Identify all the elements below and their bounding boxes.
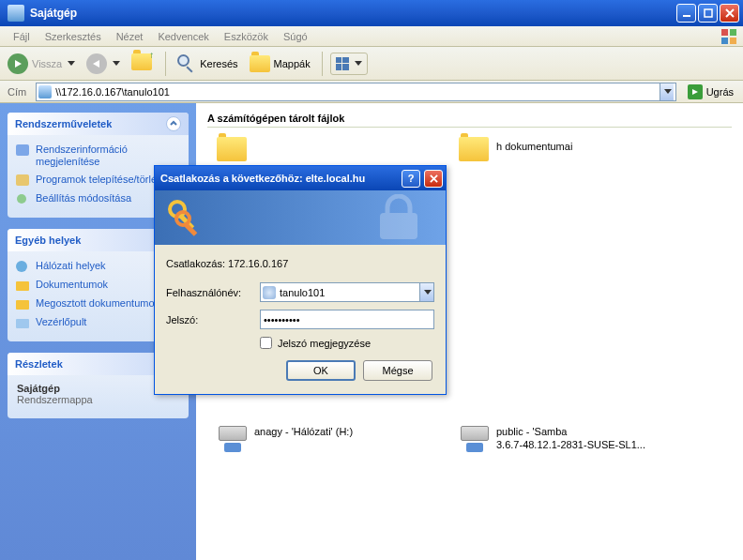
chevron-down-icon (68, 61, 75, 66)
chevron-down-icon (424, 290, 432, 295)
close-button[interactable] (720, 4, 739, 23)
remember-label: Jelszó megjegyzése (278, 338, 371, 349)
address-label: Cím (4, 86, 30, 98)
panel-title: Rendszerműveletek (15, 118, 112, 129)
lock-bg-icon (371, 194, 427, 241)
folders-button[interactable]: Mappák (246, 51, 314, 77)
dialog-close-button[interactable] (424, 170, 443, 188)
dialog-banner (155, 190, 446, 245)
folder-icon (15, 279, 30, 292)
collapse-button[interactable] (166, 116, 181, 131)
svg-point-9 (16, 261, 27, 272)
forward-icon (86, 53, 107, 74)
section-header: A számítógépen tárolt fájlok (207, 111, 732, 128)
username-label: Felhasználónév: (166, 287, 260, 298)
network-drive-icon (459, 422, 491, 450)
info-icon (15, 144, 30, 157)
search-icon (177, 54, 196, 73)
username-field[interactable]: tanulo101 (260, 282, 434, 302)
programs-icon (15, 174, 30, 187)
item-label: h dokumentumai (496, 137, 572, 154)
window-title: Sajátgép (28, 7, 676, 20)
svg-rect-12 (16, 319, 29, 328)
address-dropdown[interactable] (660, 83, 674, 100)
folder-item[interactable] (217, 137, 432, 165)
chevron-down-icon (113, 61, 120, 66)
separator (165, 52, 166, 76)
menu-help[interactable]: Súgó (283, 31, 308, 42)
keys-icon (164, 196, 205, 237)
svg-point-8 (17, 194, 26, 204)
toolbar: Vissza ↑ Keresés Mappák (0, 47, 743, 81)
settings-icon (15, 192, 30, 205)
panel-title: Egyéb helyek (15, 235, 81, 246)
address-bar: Cím \\172.16.0.167\tanulo101 Ugrás (0, 81, 743, 103)
menu-bar: Fájl Szerkesztés Nézet Kedvencek Eszközö… (0, 26, 743, 47)
svg-rect-4 (721, 38, 728, 44)
item-sublabel: 3.6.7-48.12.1-2831-SUSE-SL1... (496, 439, 645, 452)
views-button[interactable] (330, 53, 368, 75)
back-icon (8, 53, 28, 74)
maximize-button[interactable] (698, 4, 718, 23)
drive-item[interactable]: public - 'Samba 3.6.7-48.12.1-2831-SUSE-… (459, 422, 675, 452)
svg-rect-5 (730, 38, 736, 44)
menu-tools[interactable]: Eszközök (224, 31, 268, 42)
folder-up-icon: ↑ (131, 53, 154, 74)
search-button[interactable]: Keresés (174, 51, 241, 77)
menu-edit[interactable]: Szerkesztés (45, 31, 101, 42)
folder-icon (459, 137, 491, 165)
menu-view[interactable]: Nézet (116, 31, 144, 42)
network-icon (15, 260, 30, 273)
chevron-down-icon (664, 89, 672, 94)
credentials-dialog: Csatlakozás a következőhöz: elte.local.h… (154, 165, 447, 395)
folders-label: Mappák (274, 58, 311, 69)
separator (322, 52, 323, 76)
password-label: Jelszó: (166, 314, 260, 325)
password-field[interactable] (260, 310, 434, 329)
network-drive-icon (217, 422, 249, 450)
app-icon (8, 5, 24, 22)
remember-checkbox[interactable] (260, 337, 272, 349)
panel-title: Részletek (15, 358, 63, 370)
windows-flag-icon (720, 28, 737, 45)
search-label: Keresés (200, 58, 237, 69)
go-button[interactable]: Ugrás (682, 83, 739, 101)
menu-file[interactable]: Fájl (13, 31, 30, 42)
svg-rect-3 (730, 29, 736, 36)
back-button[interactable]: Vissza (4, 51, 79, 77)
control-panel-icon (15, 316, 30, 329)
svg-rect-2 (721, 29, 728, 36)
folder-icon (217, 137, 249, 165)
user-icon (263, 286, 276, 299)
svg-rect-11 (16, 300, 29, 310)
dialog-title-bar[interactable]: Csatlakozás a következőhöz: elte.local.h… (155, 166, 446, 190)
svg-rect-1 (705, 9, 712, 17)
menu-favorites[interactable]: Kedvencek (158, 31, 208, 42)
item-label: public - 'Samba (496, 426, 645, 439)
connect-label: Csatlakozás: 172.16.0.167 (166, 258, 434, 269)
views-icon (336, 57, 349, 70)
drive-item[interactable]: anagy - 'Hálózati' (H:) (217, 422, 432, 452)
cancel-button[interactable]: Mégse (363, 360, 432, 381)
username-value: tanulo101 (280, 287, 432, 298)
up-button[interactable]: ↑ (128, 51, 158, 77)
folder-item[interactable]: h dokumentumai (459, 137, 675, 165)
back-label: Vissza (32, 58, 62, 69)
title-bar: Sajátgép (0, 0, 743, 26)
go-label: Ugrás (706, 86, 734, 98)
username-dropdown[interactable] (419, 283, 433, 301)
item-label: anagy - 'Hálózati' (H:) (254, 422, 353, 439)
address-field[interactable]: \\172.16.0.167\tanulo101 (36, 83, 675, 101)
ok-button[interactable]: OK (286, 360, 356, 381)
svg-rect-7 (16, 174, 29, 186)
minimize-button[interactable] (676, 4, 696, 23)
details-type: Rendszermappa (17, 394, 179, 405)
location-icon (38, 85, 52, 98)
go-icon (688, 84, 703, 99)
svg-rect-0 (683, 15, 690, 17)
help-button[interactable]: ? (402, 170, 420, 188)
chevron-down-icon (355, 61, 362, 66)
dialog-title: Csatlakozás a következőhöz: elte.local.h… (160, 173, 398, 184)
forward-button[interactable] (83, 51, 124, 77)
address-value: \\172.16.0.167\tanulo101 (55, 86, 655, 98)
